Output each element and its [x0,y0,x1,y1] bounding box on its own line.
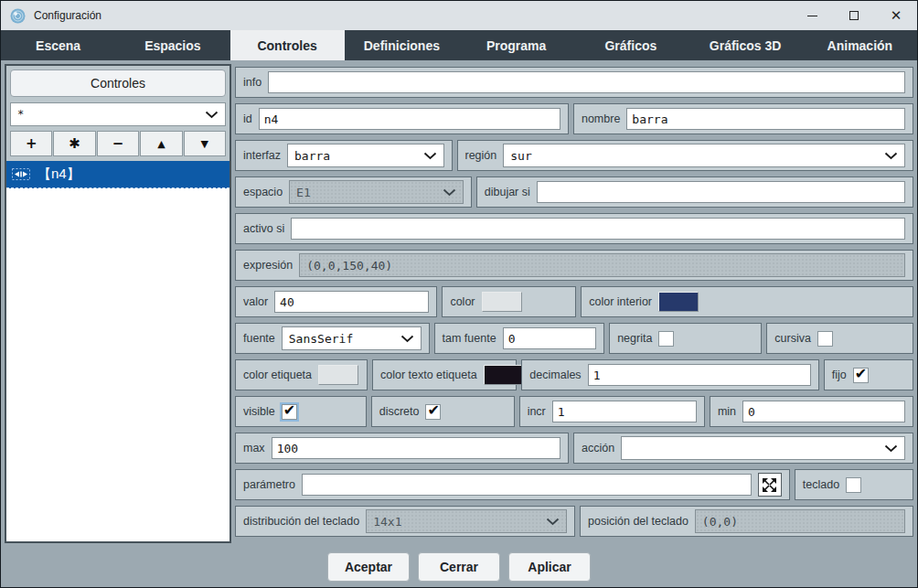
color-swatch[interactable] [482,292,522,312]
cerrar-button[interactable]: Cerrar [418,552,500,582]
minimize-button[interactable] [791,1,833,30]
valor-label: valor [243,295,268,308]
discreto-group: discreto✔ [371,396,515,427]
id-group: id [235,103,569,134]
color-etiqueta-group: color etiqueta [235,359,368,390]
tab-espacios[interactable]: Espacios [115,30,230,60]
parametro-label: parámetro [243,478,295,491]
color-group: color [442,286,576,317]
interfaz-select[interactable]: barra [287,144,444,167]
tam-fuente-group: tam fuente [434,323,605,354]
form-row: maxacción [235,430,913,466]
cursiva-checkbox[interactable] [817,331,833,347]
teclado-group: teclado [795,469,913,500]
cursiva-label: cursiva [774,332,811,345]
color-interior-swatch[interactable] [658,292,699,312]
parametro-group: parámetro [235,469,790,500]
controls-filter-select[interactable]: * [10,102,226,126]
tab-animacion[interactable]: Animación [803,30,917,60]
tab-programa[interactable]: Programa [459,30,573,60]
move-up-button[interactable]: ▲ [140,131,182,156]
color-texto-etiqueta-label: color texto etiqueta [380,369,477,381]
tab-graficos[interactable]: Gráficos [573,30,688,60]
checkbox-check-icon: ✔ [427,401,439,419]
footer-buttons: AceptarCerrarAplicar [1,547,917,587]
color-interior-label: color interior [589,295,652,308]
valor-input[interactable] [274,291,429,313]
region-select[interactable]: sur [503,144,905,167]
duplicate-button[interactable]: ✱ [53,131,95,156]
remove-button[interactable]: − [97,131,139,156]
discreto-label: discreto [379,405,420,418]
dibujar-si-label: dibujar si [485,186,530,198]
tab-definiciones[interactable]: Definiciones [345,30,459,60]
negrita-checkbox[interactable] [658,331,674,347]
tam-fuente-input[interactable] [503,327,597,349]
fijo-group: fijo✔ [824,359,913,390]
discreto-checkbox[interactable]: ✔ [425,404,441,420]
info-input[interactable] [268,71,905,93]
chevron-down-icon [443,188,456,197]
distribucion-del-teclado-select: 14x1 [366,509,567,533]
tab-graficos-3d[interactable]: Gráficos 3D [688,30,803,60]
window-controls: ✕ [791,1,917,30]
fuente-group: fuenteSansSerif [235,323,430,354]
chevron-down-icon [400,335,414,343]
fuente-select[interactable]: SansSerif [282,326,422,350]
expresion-label: expresión [243,259,293,272]
expand-button[interactable] [758,473,782,497]
tab-controles[interactable]: Controles [230,30,345,60]
form-row: interfazbarraregiónsur [235,137,913,174]
dibujar-si-input[interactable] [537,181,905,203]
espacio-select: E1 [289,180,464,204]
activo-si-label: activo si [243,222,284,235]
visible-checkbox[interactable]: ✔ [282,404,297,420]
add-button[interactable]: + [10,131,52,156]
accion-group: acción [573,433,913,464]
slider-control-icon [12,168,30,180]
expresion-value-field: (0,0,150,40) [299,253,905,277]
espacio-label: espacio [243,186,283,198]
form-row: expresión(0,0,150,40) [235,247,913,283]
teclado-checkbox[interactable] [846,477,861,493]
form-row: distribución del teclado14x1posición del… [235,503,913,540]
chevron-down-icon [546,518,560,526]
color-texto-etiqueta-swatch[interactable] [484,365,524,385]
form-row: activo si [235,210,913,247]
id-input[interactable] [259,108,560,130]
max-input[interactable] [272,437,560,459]
decimales-input[interactable] [588,364,811,386]
distribucion-del-teclado-value: 14x1 [373,515,546,529]
nombre-input[interactable] [626,108,905,130]
list-item[interactable]: 【n4】 [6,161,230,188]
valor-group: valor [235,286,437,317]
aplicar-button[interactable]: Aplicar [508,552,591,582]
content-area: Controles * +✱−▲▼ 【n4】 infoidnombreinter… [1,60,917,547]
tab-escena[interactable]: Escena [1,30,115,60]
accion-select[interactable] [621,436,905,460]
incr-input[interactable] [552,401,697,422]
checkbox-check-icon: ✔ [855,365,867,382]
visible-group: visible✔ [235,396,367,427]
color-etiqueta-swatch[interactable] [318,365,358,385]
activo-si-input[interactable] [291,218,905,240]
region-label: región [465,149,497,162]
parametro-input[interactable] [302,474,752,496]
espacio-group: espacioE1 [235,176,472,208]
tam-fuente-label: tam fuente [443,332,496,345]
form-row: idnombre [235,101,913,137]
controls-sidebar: Controles * +✱−▲▼ 【n4】 [5,64,231,543]
sidebar-title-button[interactable]: Controles [10,69,226,97]
incr-group: incr [519,396,705,427]
expand-icon [762,477,777,493]
maximize-button[interactable] [833,1,875,30]
form-row: info [235,64,913,101]
fijo-checkbox[interactable]: ✔ [853,368,869,383]
move-down-button[interactable]: ▼ [184,131,226,156]
close-button[interactable]: ✕ [875,1,917,30]
aceptar-button[interactable]: Aceptar [327,552,410,582]
min-input[interactable] [742,401,905,422]
negrita-group: negrita [609,323,762,354]
control-properties-form: infoidnombreinterfazbarraregiónsurespaci… [235,64,913,543]
distribucion-del-teclado-label: distribución del teclado [243,515,359,528]
